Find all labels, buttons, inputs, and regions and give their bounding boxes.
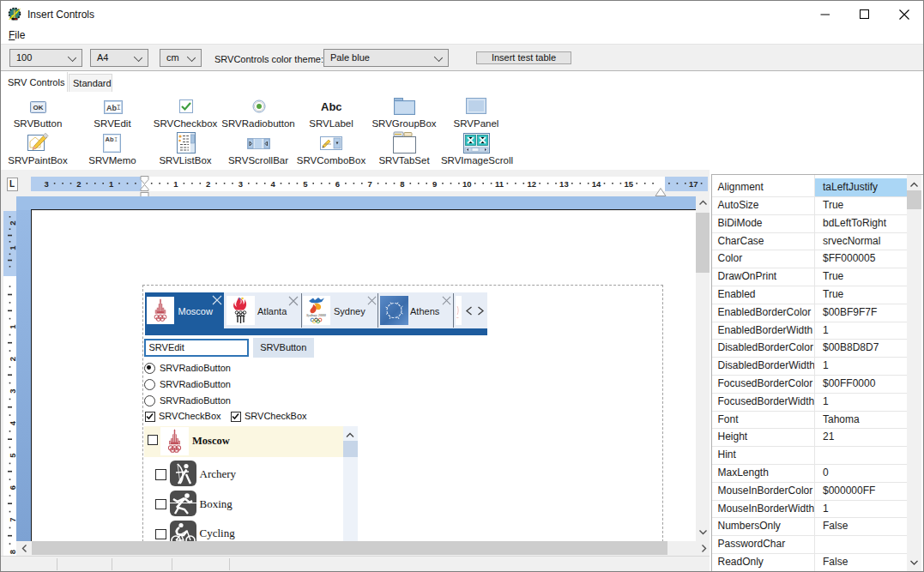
- svg-text:Sydney 2000: Sydney 2000: [306, 313, 327, 317]
- svg-text:1: 1: [109, 179, 114, 189]
- svg-text:6: 6: [8, 485, 16, 490]
- svg-text:I: I: [117, 104, 121, 112]
- svg-text:3: 3: [45, 179, 49, 189]
- svg-text:6: 6: [335, 179, 340, 189]
- svg-text:13: 13: [559, 179, 569, 189]
- svg-text:1: 1: [8, 324, 16, 329]
- svg-text:2: 2: [76, 179, 81, 189]
- svg-text:9: 9: [432, 179, 437, 189]
- svg-text:Abc: Abc: [321, 100, 342, 112]
- svg-text:8: 8: [8, 550, 16, 554]
- svg-text:8: 8: [400, 179, 404, 189]
- svg-text:17: 17: [689, 179, 698, 189]
- svg-text:5: 5: [303, 179, 308, 189]
- svg-text:2: 2: [8, 220, 16, 225]
- svg-text:4: 4: [270, 179, 275, 189]
- svg-text:7: 7: [368, 179, 372, 189]
- svg-text:15: 15: [625, 179, 634, 189]
- svg-text:I: I: [114, 136, 118, 143]
- svg-text:2: 2: [8, 357, 16, 361]
- svg-text:OK: OK: [33, 104, 44, 111]
- svg-text:1: 1: [8, 245, 16, 250]
- svg-text:12: 12: [527, 179, 536, 189]
- svg-text:11: 11: [495, 179, 504, 189]
- svg-text:3: 3: [239, 179, 243, 189]
- svg-text:3: 3: [8, 388, 16, 393]
- svg-text:10: 10: [462, 179, 472, 189]
- svg-text:Ab: Ab: [106, 135, 114, 143]
- svg-text:4: 4: [8, 420, 16, 425]
- svg-text:5: 5: [8, 453, 16, 458]
- svg-text:7: 7: [8, 517, 16, 521]
- svg-text:14: 14: [592, 179, 601, 189]
- svg-text:1: 1: [173, 179, 178, 189]
- svg-text:2: 2: [206, 179, 210, 189]
